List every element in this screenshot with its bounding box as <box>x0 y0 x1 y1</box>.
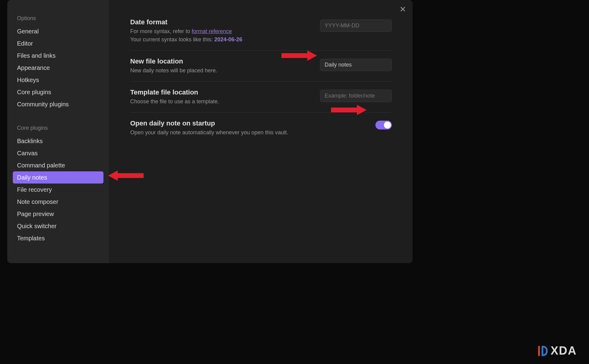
date-format-desc: For more syntax, refer to format referen… <box>130 27 314 44</box>
xda-logo-icon <box>537 345 548 357</box>
setting-template-file-location: Template file location Choose the file t… <box>130 82 392 113</box>
core-plugins-header: Core plugins <box>13 122 103 135</box>
sidebar-item-core-plugins[interactable]: Core plugins <box>13 86 103 98</box>
sidebar-item-note-composer[interactable]: Note composer <box>13 196 103 208</box>
sidebar-item-file-recovery[interactable]: File recovery <box>13 184 103 196</box>
open-on-startup-title: Open daily note on startup <box>130 119 369 127</box>
sidebar-item-daily-notes[interactable]: Daily notes <box>13 171 103 184</box>
format-reference-link[interactable]: format reference <box>192 28 232 34</box>
close-icon <box>399 5 406 13</box>
settings-sidebar: Options General Editor Files and links A… <box>7 0 109 263</box>
settings-main-content: Date format For more syntax, refer to fo… <box>109 0 413 263</box>
sidebar-item-general[interactable]: General <box>13 25 103 37</box>
settings-modal: Options General Editor Files and links A… <box>7 0 413 263</box>
template-file-location-desc: Choose the file to use as a template. <box>130 98 314 106</box>
watermark-text: XDA <box>551 344 577 357</box>
new-file-location-title: New file location <box>130 57 314 65</box>
template-file-location-title: Template file location <box>130 88 314 96</box>
setting-open-on-startup: Open daily note on startup Open your dai… <box>130 113 392 143</box>
sidebar-item-editor[interactable]: Editor <box>13 37 103 50</box>
sidebar-item-canvas[interactable]: Canvas <box>13 147 103 159</box>
options-section: Options General Editor Files and links A… <box>13 12 103 110</box>
new-file-location-input[interactable] <box>320 59 392 71</box>
sidebar-item-templates[interactable]: Templates <box>13 232 103 244</box>
setting-date-format: Date format For more syntax, refer to fo… <box>130 12 392 51</box>
open-on-startup-desc: Open your daily note automatically whene… <box>130 129 369 137</box>
toggle-knob <box>384 122 391 129</box>
setting-new-file-location: New file location New daily notes will b… <box>130 51 392 82</box>
sidebar-item-hotkeys[interactable]: Hotkeys <box>13 74 103 86</box>
watermark: XDA <box>537 344 577 357</box>
sidebar-item-command-palette[interactable]: Command palette <box>13 159 103 171</box>
sidebar-item-appearance[interactable]: Appearance <box>13 62 103 74</box>
close-button[interactable] <box>398 4 408 14</box>
template-file-location-input[interactable] <box>320 90 392 102</box>
sidebar-item-quick-switcher[interactable]: Quick switcher <box>13 220 103 232</box>
sidebar-item-page-preview[interactable]: Page preview <box>13 208 103 220</box>
date-format-input[interactable] <box>320 19 392 32</box>
core-plugins-section: Core plugins Backlinks Canvas Command pa… <box>13 122 103 244</box>
sidebar-item-community-plugins[interactable]: Community plugins <box>13 98 103 110</box>
date-format-title: Date format <box>130 18 314 26</box>
sidebar-item-backlinks[interactable]: Backlinks <box>13 135 103 147</box>
date-preview: 2024-06-26 <box>214 36 242 43</box>
options-header: Options <box>13 12 103 25</box>
open-on-startup-toggle[interactable] <box>375 121 392 129</box>
sidebar-item-files-and-links[interactable]: Files and links <box>13 50 103 62</box>
new-file-location-desc: New daily notes will be placed here. <box>130 67 314 75</box>
